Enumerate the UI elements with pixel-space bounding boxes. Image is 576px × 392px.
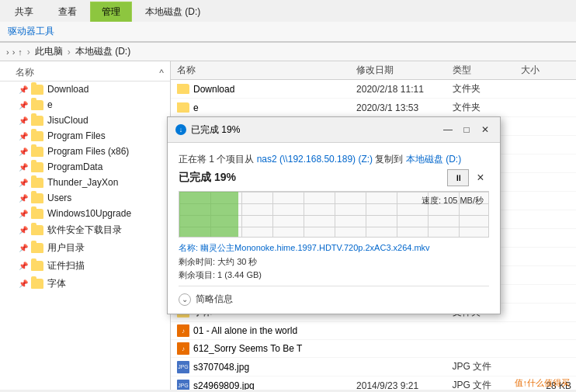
dialog-description: 正在将 1 个项目从 nas2 (\\192.168.50.189) (Z:) … (179, 152, 489, 166)
sidebar-item-e[interactable]: 📌 e (0, 97, 170, 113)
folder-icon (31, 178, 43, 188)
sidebar-item-thunder[interactable]: 📌 Thunder_JayXon (0, 175, 170, 190)
dialog-window-controls: — □ ✕ (439, 122, 494, 137)
sidebar-label: Users (47, 193, 71, 203)
dialog-filename: 名称: 幽灵公主Mononoke.hime.1997.HDTV.720p.2xA… (179, 242, 489, 254)
sidebar-label: 用户目录 (47, 241, 85, 255)
folder-icon (31, 131, 43, 141)
dialog-summary-label: 简略信息 (196, 293, 233, 306)
tab-share[interactable]: 共享 (3, 2, 45, 22)
addr-local-disk[interactable]: 本地磁盘 (D:) (75, 45, 130, 58)
back-arrow-icon[interactable]: › (6, 47, 9, 57)
image-icon: JPG (177, 361, 189, 373)
dialog-close-button[interactable]: ✕ (477, 122, 494, 137)
col-type-header[interactable]: 类型 (453, 64, 521, 77)
sidebar-label: 字体 (47, 277, 66, 290)
sidebar-label: Program Files (47, 130, 106, 141)
sidebar-item-programfiles-x86[interactable]: 📌 Program Files (x86) (0, 144, 170, 159)
dialog-src: nas2 (\\192.168.50.189) (Z:) (257, 154, 373, 165)
dialog-maximize-button[interactable]: □ (458, 122, 475, 137)
media-icon: ♪ (177, 342, 189, 355)
folder-icon (31, 243, 43, 253)
table-row[interactable]: e 2020/3/1 13:53 文件夹 (171, 99, 576, 117)
dialog-items-remaining: 剩余项目: 1 (3.44 GB) (179, 269, 489, 281)
sidebar: 名称 ^ 📌 Download 📌 e 📌 JisuCloud 📌 Progra… (0, 61, 171, 390)
pin-icon: 📌 (19, 194, 28, 203)
sidebar-collapse-icon[interactable]: ^ (159, 68, 164, 78)
sidebar-label: e (47, 99, 53, 110)
sidebar-item-download[interactable]: 📌 Download (0, 82, 170, 97)
sidebar-item-programfiles[interactable]: 📌 Program Files (0, 128, 170, 144)
pin-icon: 📌 (19, 147, 28, 156)
progress-speed: 速度: 105 MB/秒 (422, 195, 484, 206)
forward-arrow-icon[interactable]: › (12, 47, 16, 57)
folder-icon (31, 193, 43, 203)
ribbon-tabs: 共享 查看 管理 本地磁盘 (D:) (0, 0, 576, 22)
table-row[interactable]: ♪ 01 - All alone in the world (171, 322, 576, 340)
table-row[interactable]: ♪ 612_Sorry Seems To Be T (171, 340, 576, 358)
dialog-pause-button[interactable]: ⏸ (447, 169, 469, 186)
pin-icon: 📌 (19, 116, 28, 125)
up-arrow-icon[interactable]: ↑ (18, 47, 23, 57)
media-icon: ♪ (177, 324, 189, 337)
chevron-down-icon: ⌄ (179, 293, 191, 306)
folder-icon (31, 279, 43, 289)
pin-icon: 📌 (19, 132, 28, 140)
dialog-summary[interactable]: ⌄ 简略信息 (179, 286, 489, 306)
tab-view[interactable]: 查看 (47, 2, 88, 22)
folder-icon (31, 261, 43, 271)
col-date-header[interactable]: 修改日期 (356, 64, 453, 77)
dialog-cancel-button[interactable]: × (472, 169, 489, 186)
dialog-desc-line2: 复制到 (375, 154, 403, 165)
pin-icon: 📌 (19, 279, 28, 288)
dialog-minimize-button[interactable]: — (439, 122, 456, 137)
col-name-header[interactable]: 名称 (171, 64, 356, 77)
table-row[interactable]: Download 2020/2/18 11:11 文件夹 (171, 80, 576, 99)
pin-icon: 📌 (19, 179, 28, 187)
dialog-percent-label: 已完成 19% (179, 171, 236, 185)
table-row[interactable]: JPG s3707048.jpg JPG 文件 (171, 358, 576, 376)
sidebar-label: JisuCloud (47, 115, 88, 126)
sidebar-label: 软件安全下载目录 (47, 224, 122, 237)
tab-manage[interactable]: 管理 (90, 2, 132, 22)
ribbon-subtabs: 驱动器工具 (0, 22, 576, 42)
image-icon: JPG (177, 380, 189, 390)
pin-icon: 📌 (19, 262, 28, 270)
sidebar-item-win10upgrade[interactable]: 📌 Windows10Upgrade (0, 206, 170, 221)
progress-fill (179, 192, 238, 237)
pin-icon: 📌 (19, 101, 28, 109)
sidebar-item-fonts[interactable]: 📌 字体 (0, 275, 170, 293)
subtab-driver-tools[interactable]: 驱动器工具 (8, 25, 54, 38)
col-size-header[interactable]: 大小 (521, 64, 576, 77)
pin-icon: 📌 (19, 85, 28, 94)
dialog-desc-line1: 正在将 1 个项目从 (179, 154, 254, 165)
sidebar-item-sw-download[interactable]: 📌 软件安全下载目录 (0, 221, 170, 239)
sidebar-item-id-scan[interactable]: 📌 证件扫描 (0, 257, 170, 275)
tab-local-disk[interactable]: 本地磁盘 (D:) (134, 2, 212, 22)
progress-bar-container: 速度: 105 MB/秒 (179, 191, 489, 238)
dialog-controls: ⏸ × (447, 169, 489, 186)
dialog-time-remaining: 剩余时间: 大约 30 秒 (179, 256, 489, 268)
sidebar-label: Download (47, 84, 88, 95)
copy-progress-dialog: 已完成 19% — □ ✕ 正在将 1 个项目从 nas2 (\\192.168… (167, 116, 501, 314)
folder-icon (177, 84, 189, 94)
addr-sep2: › (68, 47, 71, 57)
sidebar-item-programdata[interactable]: 📌 ProgramData (0, 159, 170, 175)
sidebar-item-jisucloud[interactable]: 📌 JisuCloud (0, 113, 170, 128)
sidebar-label: ProgramData (47, 161, 102, 172)
folder-icon (31, 116, 43, 126)
sidebar-item-users[interactable]: 📌 Users (0, 190, 170, 206)
sidebar-item-user-dir[interactable]: 📌 用户目录 (0, 239, 170, 257)
folder-icon (31, 225, 43, 235)
dialog-title-icon (175, 124, 186, 135)
watermark: 值↑什么值得买 (515, 377, 571, 389)
folder-icon (31, 209, 43, 219)
addr-this-pc[interactable]: 此电脑 (35, 45, 63, 58)
address-bar: › › ↑ › 此电脑 › 本地磁盘 (D:) (0, 43, 576, 61)
file-list-header: 名称 修改日期 类型 大小 (171, 61, 576, 80)
sidebar-label: Thunder_JayXon (47, 177, 118, 188)
pin-icon: 📌 (19, 244, 28, 252)
folder-icon (31, 147, 43, 157)
ribbon: 共享 查看 管理 本地磁盘 (D:) 驱动器工具 (0, 0, 576, 43)
sidebar-name-header: 名称 (16, 66, 34, 79)
